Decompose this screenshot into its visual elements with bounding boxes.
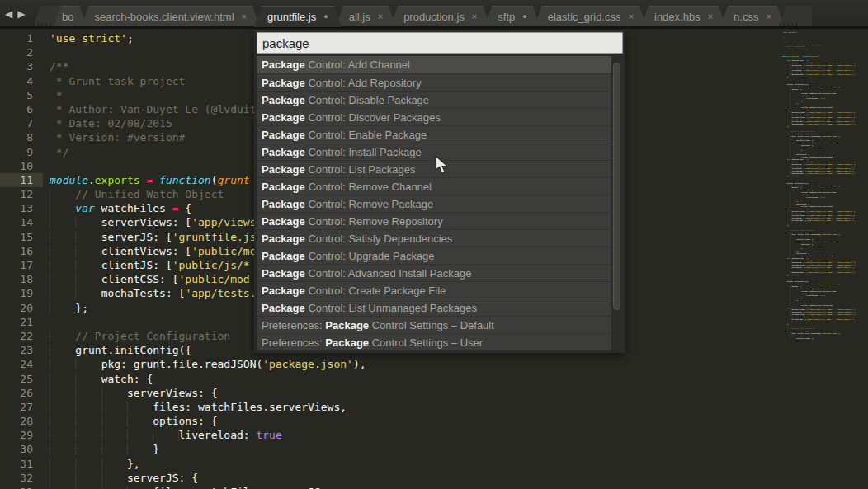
code-token: } [801,247,802,250]
back-arrow-icon[interactable]: ◀ [5,7,12,21]
palette-item-package-control-discover-packages[interactable]: Package Control: Discover Packages [257,108,611,125]
code-token: 'app/tests./**/*.html', '!app/views/**']… [807,222,856,224]
tab-all-js[interactable]: all.js× [336,6,396,27]
code-token: mochaTests: [ [792,172,808,175]
code-token: true [256,429,281,441]
palette-item-rest: Control: Advanced Install Package [305,267,472,280]
line-number: 22 [0,329,33,343]
palette-item-match: Package [262,129,305,141]
command-palette-input[interactable] [257,32,623,54]
palette-item-package-control-upgrade-package[interactable]: Package Control: Upgrade Package [257,247,611,264]
command-palette-scrollbar [611,56,623,350]
forward-arrow-icon[interactable]: ▶ [17,7,25,21]
code-token: 'app/tests./**/*.html', '!app/views/**']… [807,321,856,323]
minimap-content: 'use strict'; /** * Grunt task project *… [782,31,864,339]
code-token: livereload: [179,429,257,441]
palette-item-package-control-create-package-file[interactable]: Package Control: Create Package File [257,281,611,299]
line-number-gutter: 1234567891011121314151617181920212223242… [0,31,33,489]
tab-index-hbs[interactable]: index.hbs× [641,6,726,27]
minimap[interactable]: 'use strict'; /** * Grunt task project *… [782,31,865,487]
palette-item-package-control-disable-package[interactable]: Package Control: Disable Package [257,91,611,108]
code-token: mochaTests: [ [101,287,186,299]
tab-production-js[interactable]: production.js× [390,6,490,27]
line-number: 6 [0,102,33,116]
code-token: serverViews: { [127,387,218,399]
code-token: /** [50,60,68,73]
code-token: serverJS: { [127,472,198,484]
palette-item-package-control-remove-channel[interactable]: Package Control: Remove Channel [257,177,611,195]
close-icon[interactable]: × [629,12,634,21]
tab-label: sftp [498,11,515,23]
palette-item-package-control-remove-package[interactable]: Package Control: Remove Package [257,195,611,212]
palette-item-package-control-add-channel[interactable]: Package Control: Add Channel [257,56,611,73]
line-number: 13 [0,201,33,215]
code-token: mochaTests: [ [792,321,808,323]
indent-guides [50,458,127,470]
palette-item-package-control-satisfy-dependencies[interactable]: Package Control: Satisfy Dependencies [257,229,611,247]
code-token: clientCSS: [ [101,273,179,285]
code-token: * Version: #version# [782,48,807,50]
indent-guides [50,202,75,214]
palette-item-match: Package [262,94,305,106]
palette-item-rest: Control Settings – User [369,336,483,349]
code-token: true [820,147,825,149]
line-number: 12 [0,187,33,201]
code-token: 'package.json' [822,134,838,137]
scrollbar-thumb[interactable] [613,63,620,310]
palette-item-package-control-advanced-install-package[interactable]: Package Control: Advanced Install Packag… [257,264,611,281]
tab-n-css[interactable]: n.css× [720,6,785,27]
code-token: ), [838,233,841,236]
palette-item-package-control-install-package[interactable]: Package Control: Install Package [257,143,611,160]
palette-item-rest: Control: Add Repository [305,77,422,89]
code-token: files: watchFiles.serverJS, [153,486,327,489]
code-token: * Version: #version# [50,131,185,143]
palette-item-rest: Control: Install Package [305,146,422,158]
palette-item-rest: Control: Create Package File [305,284,446,297]
palette-item-match: Package [325,336,369,349]
indent-guides [50,401,153,413]
code-token: }; [75,302,88,314]
tab-gruntfile-js[interactable]: gruntfile.js● [254,6,342,27]
code-token: }; [787,224,790,227]
palette-item-match: Package [262,198,305,210]
code-token: 'gruntfile.js [172,231,257,243]
line-number: 30 [0,442,33,456]
code-token: 'use strict' [782,31,796,34]
code-token: 'use strict' [50,32,127,45]
palette-item-match: Package [262,302,305,314]
code-token: serverViews: [ [101,216,192,228]
close-icon[interactable]: × [472,12,477,21]
code-line: pkg: grunt.file.readJSON('package.json')… [50,357,366,371]
tab-search-books-client-view-html[interactable]: search-books.client.view.html× [81,6,260,27]
palette-item-package-control-list-packages[interactable]: Package Control: List Packages [257,160,611,177]
palette-item-package-control-add-repository[interactable]: Package Control: Add Repository [257,73,611,91]
indent-guides [50,486,153,489]
code-token: var [75,202,94,214]
code-token: 'package.json' [822,283,838,285]
code-line: watch: { [50,372,366,386]
indent-guides [50,429,179,441]
close-icon[interactable]: × [708,12,713,21]
code-line: serverJS: { [50,471,366,485]
palette-item-package-control-remove-repository[interactable]: Package Control: Remove Repository [257,212,611,229]
palette-item-match: Package [262,146,305,158]
tab-elastic-grid-css[interactable]: elastic_grid.css× [535,6,647,27]
close-icon[interactable]: × [378,12,383,21]
line-number: 32 [0,471,33,485]
tab-bar: ◀ ▶ bosearch-books.client.view.html×grun… [0,0,868,29]
close-icon[interactable]: × [766,12,771,21]
palette-item-package-control-enable-package[interactable]: Package Control: Enable Package [257,125,611,143]
tab-sftp[interactable]: sftp● [484,6,540,27]
dirty-dot-icon: ● [323,12,328,21]
code-token: livereload: [806,245,820,247]
palette-item-package-control-list-unmanaged-packages[interactable]: Package Control: List Unmanaged Packages [257,299,611,316]
palette-item-preferences-package-control-settings-use[interactable]: Preferences: Package Control Settings – … [257,333,611,350]
code-token: ), [353,358,366,370]
code-token: } [801,149,802,152]
palette-item-preferences-package-control-settings-def[interactable]: Preferences: Package Control Settings – … [257,316,611,333]
line-number: 21 [0,315,33,329]
code-line: mochaTests: ['app/tests./**/*.html', '!a… [782,321,864,323]
indent-guides [50,287,101,299]
code-token: options: { [153,415,217,427]
close-icon[interactable]: × [242,12,247,21]
